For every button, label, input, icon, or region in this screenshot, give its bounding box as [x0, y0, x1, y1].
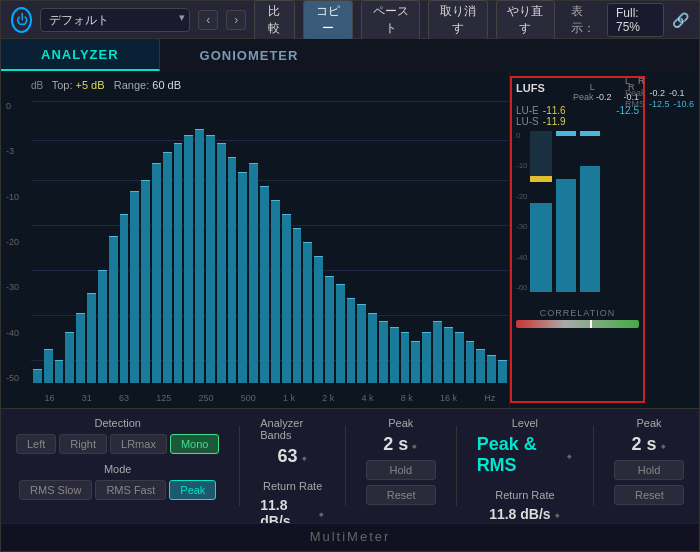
- rms-fast-button[interactable]: RMS Fast: [95, 480, 166, 500]
- peak-left-group: Peak 2 s ⬥ Hold Reset: [366, 417, 436, 505]
- db-axis: 0 -3 -10 -20 -30 -40 -50: [6, 101, 19, 383]
- analyzer-panel: dB Top: +5 dB Range: 60 dB 0 -3 -10 -20 …: [1, 71, 509, 408]
- nav-prev-button[interactable]: ‹: [198, 10, 218, 30]
- spectrum-bar: [206, 135, 215, 383]
- hold-right-button[interactable]: Hold: [614, 460, 684, 480]
- spectrum-bar: [163, 152, 172, 383]
- peak-left-value: 2 s: [383, 434, 408, 455]
- lufs-integrated-bar: [530, 131, 552, 292]
- spectrum-bar: [65, 332, 74, 383]
- spectrum-bar: [98, 270, 107, 383]
- level-arrows[interactable]: ⬥: [566, 449, 573, 461]
- correlation-label: CORRELATION: [516, 308, 639, 318]
- level-label: Level: [512, 417, 538, 429]
- range-value: 60 dB: [152, 79, 181, 91]
- preset-select[interactable]: デフォルト: [40, 8, 190, 32]
- tab-analyzer[interactable]: ANALYZER: [1, 39, 160, 71]
- freq-500: 500: [241, 393, 256, 403]
- l-col-label: L: [625, 76, 630, 86]
- lufs-bar-bg: [530, 131, 552, 179]
- footer: MultiMeter: [1, 523, 699, 551]
- hold-left-button[interactable]: Hold: [366, 460, 436, 480]
- preset-wrapper: デフォルト: [40, 8, 190, 32]
- display-value: Full: 75%: [607, 3, 664, 37]
- undo-button[interactable]: 取り消す: [428, 0, 487, 40]
- bottom-controls: Detection Left Right LRmax Mono Mode RMS…: [1, 408, 699, 523]
- spectrum-bar: [260, 186, 269, 383]
- spectrum-bar: [476, 349, 485, 383]
- spectrum-bar: [390, 327, 399, 383]
- spectrum-bar: [109, 236, 118, 383]
- lufs-bar-peak: [530, 176, 552, 182]
- spectrum-bar: [314, 256, 323, 383]
- spectrum-bar: [195, 129, 204, 383]
- lufs-bars-area: 0 -10 -20 -30 -40 -60: [516, 131, 639, 306]
- spectrum-bar: [217, 143, 226, 383]
- footer-title: MultiMeter: [310, 529, 391, 544]
- rms-slow-button[interactable]: RMS Slow: [19, 480, 92, 500]
- analyzer-bands-label: Analyzer Bands: [260, 417, 325, 441]
- l-peak-val: Peak -0.2: [573, 92, 612, 102]
- return-rate-right-arrows[interactable]: ⬥: [554, 508, 561, 520]
- lu-s-row: LU-S -11.9: [516, 116, 639, 127]
- level-value: Peak & RMS: [477, 434, 564, 476]
- range-label: Range:: [108, 79, 153, 91]
- lufs-panel: LUFS L Peak -0.2 R -0.1: [510, 76, 645, 403]
- return-rate-left-arrows[interactable]: ⬥: [318, 507, 325, 519]
- mono-button[interactable]: Mono: [170, 434, 220, 454]
- freq-31: 31: [82, 393, 92, 403]
- link-icon[interactable]: 🔗: [672, 12, 689, 28]
- lu-e-label: LU-E: [516, 105, 539, 116]
- spectrum-bar: [228, 157, 237, 383]
- peak-mode-button[interactable]: Peak: [169, 480, 216, 500]
- app-container: ⏻ デフォルト ‹ › 比較 コピー ペースト 取り消す やり直す 表示： Fu…: [0, 0, 700, 552]
- tab-goniometer[interactable]: GONIOMETER: [160, 39, 699, 71]
- correlation-section: CORRELATION: [516, 308, 639, 328]
- power-button[interactable]: ⏻: [11, 7, 32, 33]
- divider-4: [593, 426, 594, 506]
- db-tick-3: -3: [6, 146, 19, 156]
- right-button[interactable]: Right: [59, 434, 107, 454]
- lr-top-values: L R Peak -0.2 -0.1 RMS -12.5 -10.6: [625, 76, 694, 109]
- display-label: 表示：: [571, 3, 599, 37]
- spectrum-bar: [368, 313, 377, 384]
- lu-e-row: LU-E -11.6 -12.5: [516, 105, 639, 116]
- l-rms-number: -12.5: [649, 99, 670, 109]
- right-panel: LUFS L Peak -0.2 R -0.1: [509, 71, 699, 408]
- db-label: dB: [31, 80, 49, 91]
- db-tick-0: 0: [6, 101, 19, 111]
- peak-left-arrows[interactable]: ⬥: [411, 439, 418, 451]
- nav-next-button[interactable]: ›: [226, 10, 246, 30]
- reset-right-button[interactable]: Reset: [614, 485, 684, 505]
- freq-125: 125: [156, 393, 171, 403]
- detection-group: Detection Left Right LRmax Mono Mode RMS…: [16, 417, 219, 500]
- r-col-label: R: [638, 76, 645, 86]
- compare-button[interactable]: 比較: [254, 0, 295, 40]
- spectrum-container: [31, 101, 509, 383]
- r-bar: [580, 131, 600, 292]
- l-bar: [556, 131, 576, 292]
- l-peak-number: -0.2: [649, 88, 665, 98]
- lufs-bar-group: [530, 131, 639, 292]
- left-button[interactable]: Left: [16, 434, 56, 454]
- peak-right-value: 2 s: [632, 434, 657, 455]
- peak-right-label: Peak: [636, 417, 661, 429]
- top-bar: ⏻ デフォルト ‹ › 比較 コピー ペースト 取り消す やり直す 表示： Fu…: [1, 1, 699, 39]
- peak-right-arrows[interactable]: ⬥: [660, 439, 667, 451]
- lu-s-label: LU-S: [516, 116, 539, 127]
- tabs-row: ANALYZER GONIOMETER: [1, 39, 699, 71]
- freq-1k: 1 k: [283, 393, 295, 403]
- freq-8k: 8 k: [401, 393, 413, 403]
- r-peak-number: -0.1: [669, 88, 685, 98]
- analyzer-bands-arrows[interactable]: ⬥: [301, 451, 308, 463]
- copy-button[interactable]: コピー: [303, 0, 353, 40]
- redo-button[interactable]: やり直す: [496, 0, 555, 40]
- paste-button[interactable]: ペースト: [361, 0, 420, 40]
- spectrum-bar: [174, 143, 183, 383]
- lrmax-button[interactable]: LRmax: [110, 434, 167, 454]
- peak-right-group: Peak 2 s ⬥ Hold Reset: [614, 417, 684, 505]
- mode-label: Mode: [104, 463, 132, 475]
- freq-63: 63: [119, 393, 129, 403]
- reset-left-button[interactable]: Reset: [366, 485, 436, 505]
- lu-s-val: -11.9: [543, 116, 566, 127]
